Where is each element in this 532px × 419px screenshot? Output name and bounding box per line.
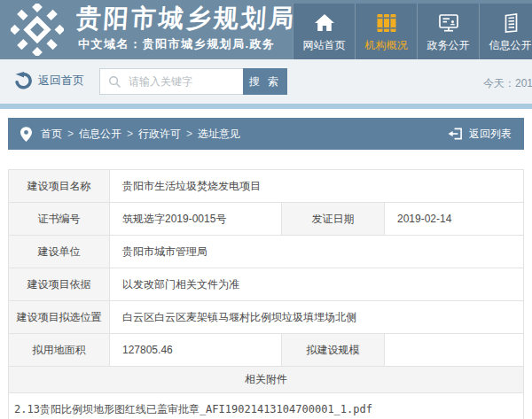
field-label: 建设单位 xyxy=(9,236,110,268)
field-value xyxy=(385,334,524,367)
nav-tab-label: 网站首页 xyxy=(303,38,346,53)
site-subtitle: 中文域名：贵阳市城乡规划局.政务 xyxy=(78,36,276,52)
back-to-list-label: 返回列表 xyxy=(469,127,512,142)
breadcrumb-item-site-opinion: 选址意见 xyxy=(198,127,240,142)
field-label: 证书编号 xyxy=(9,203,110,236)
today-date-label: 今天：2019年 xyxy=(483,76,532,91)
field-value: 以发改部门相关文件为准 xyxy=(110,268,524,301)
nav-tab-label: 政务公开 xyxy=(427,38,470,53)
attachments-header: 相关附件 xyxy=(9,367,524,393)
return-list-icon xyxy=(448,127,463,141)
breadcrumb-bar: 首页 > 信息公开 > 行政许可 > 选址意见 返回列表 xyxy=(8,118,524,150)
field-label: 建设项目依据 xyxy=(9,268,110,301)
search-box xyxy=(99,68,244,95)
table-row: 拟用地面积 127805.46 拟建设规模 xyxy=(9,334,524,367)
nav-tab-label: 机构概况 xyxy=(365,38,408,53)
field-label: 建设项目拟选位置 xyxy=(9,301,110,334)
field-label: 拟建设规模 xyxy=(282,334,385,367)
search-toolbar: 返回首页 搜 索 今天：2019年 xyxy=(0,59,532,104)
location-pin-icon xyxy=(20,127,32,142)
back-home-button[interactable]: 返回首页 xyxy=(14,72,84,89)
field-label: 建设项目名称 xyxy=(9,170,110,203)
project-detail-table: 建设项目名称 贵阳市生活垃圾焚烧发电项目 证书编号 筑规选字2019-0015号… xyxy=(8,169,524,419)
monitor-icon xyxy=(437,11,460,35)
table-row: 建设项目拟选位置 白云区白云区麦架镇马堰村比例坝垃圾填埋场北侧 xyxy=(9,301,524,334)
field-value: 白云区白云区麦架镇马堰村比例坝垃圾填埋场北侧 xyxy=(110,301,524,334)
table-row: 证书编号 筑规选字2019-0015号 发证日期 2019-02-14 xyxy=(9,203,524,236)
nav-tab-gov-affairs[interactable]: 政务公开 xyxy=(417,4,479,59)
attachments-cell: 2.13贵阳比例坝地形图红线已盖审批章_AFI19021413104700001… xyxy=(9,393,524,419)
field-value: 127805.46 xyxy=(110,334,282,367)
back-arrow-icon xyxy=(14,72,32,89)
main-nav: 网站首页 xyxy=(293,4,532,59)
breadcrumb-separator: > xyxy=(127,128,133,140)
attachments-row: 2.13贵阳比例坝地形图红线已盖审批章_AFI19021413104700001… xyxy=(9,393,524,419)
field-value: 贵阳市城市管理局 xyxy=(110,236,524,268)
field-label: 发证日期 xyxy=(282,203,385,236)
attachment-pdf-link[interactable]: 2.13贵阳比例坝地形图红线已盖审批章_AFI19021413104700001… xyxy=(14,400,518,419)
nav-tab-label: 信息公开 xyxy=(489,38,532,53)
nav-tab-info-disclosure[interactable]: 信息公开 xyxy=(479,4,532,59)
table-row: 建设项目依据 以发改部门相关文件为准 xyxy=(9,268,524,301)
nav-tab-home[interactable]: 网站首页 xyxy=(293,4,355,59)
breadcrumb-item-home[interactable]: 首页 xyxy=(41,127,62,142)
search-button[interactable]: 搜 索 xyxy=(243,68,287,95)
search-input[interactable] xyxy=(127,74,243,89)
site-title: 贵阳市城乡规划局 xyxy=(75,2,300,35)
field-value: 2019-02-14 xyxy=(385,203,524,236)
table-row: 建设单位 贵阳市城市管理局 xyxy=(9,236,524,268)
search-icon xyxy=(108,75,121,89)
back-to-list-button[interactable]: 返回列表 xyxy=(448,127,512,142)
accent-divider-bar xyxy=(0,104,532,109)
field-label: 拟用地面积 xyxy=(9,334,110,367)
site-header: 贵阳市城乡规划局 中文域名：贵阳市城乡规划局.政务 网站首页 xyxy=(0,0,532,59)
nav-tab-organization[interactable]: 机构概况 xyxy=(355,4,417,59)
field-value: 贵阳市生活垃圾焚烧发电项目 xyxy=(110,170,524,203)
home-icon xyxy=(313,11,336,35)
bureau-emblem-logo xyxy=(11,4,64,56)
breadcrumb-separator: > xyxy=(186,128,192,140)
table-row: 建设项目名称 贵阳市生活垃圾焚烧发电项目 xyxy=(9,170,524,203)
breadcrumb-item-info-disclosure[interactable]: 信息公开 xyxy=(79,127,121,142)
field-value: 筑规选字2019-0015号 xyxy=(110,203,282,236)
breadcrumb-separator: > xyxy=(67,128,74,140)
document-icon xyxy=(499,11,522,35)
back-home-label: 返回首页 xyxy=(38,73,84,89)
breadcrumb-item-admin-permit[interactable]: 行政许可 xyxy=(138,127,181,142)
attachments-header-row: 相关附件 xyxy=(9,367,524,393)
books-icon xyxy=(375,11,398,35)
